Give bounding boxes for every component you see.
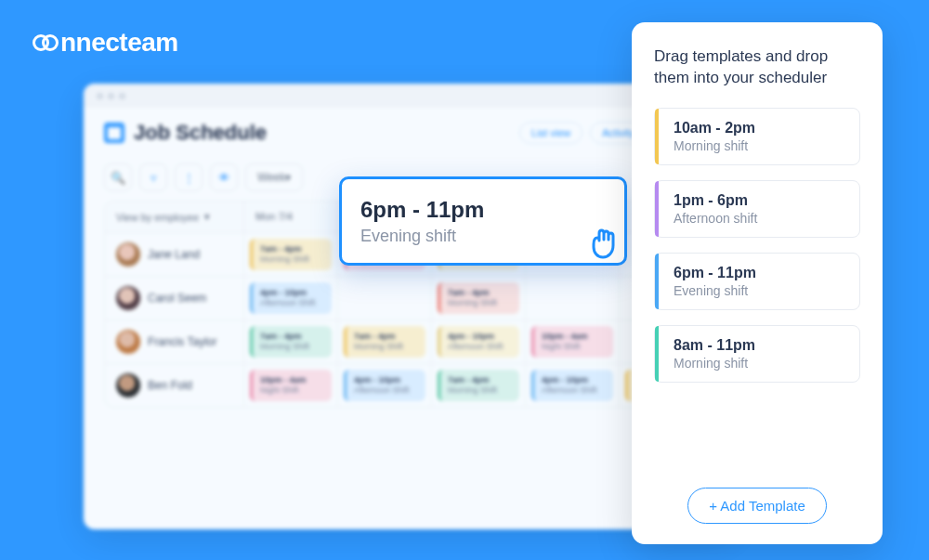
table-row: Ben Fold 10pm - 4amNight Shift 4pm - 10p… xyxy=(105,364,713,407)
logo-rings-icon xyxy=(33,34,59,51)
list-view-button[interactable]: List view xyxy=(519,122,582,144)
shift-chip[interactable]: 4pm - 10pmAfternoon Shift xyxy=(344,370,425,401)
add-template-button[interactable]: + Add Template xyxy=(687,488,827,524)
shift-chip[interactable]: 7am - 4pmMorning Shift xyxy=(438,370,519,401)
page-title: Job Schedule xyxy=(104,121,267,145)
dragged-time: 6pm - 11pm xyxy=(360,197,606,223)
employee-name: Carol Seem xyxy=(148,292,206,305)
dragged-label: Evening shift xyxy=(360,227,606,246)
day-column-header: Mon 7/4 xyxy=(244,202,338,232)
more-button[interactable]: ⋮ xyxy=(175,163,203,191)
template-card[interactable]: 8am - 11pm Morning shift xyxy=(654,325,860,383)
employee-name: Jane Land xyxy=(148,248,200,261)
employee-name: Francis Taylor xyxy=(148,335,216,348)
template-card[interactable]: 6pm - 11pm Evening shift xyxy=(654,253,860,310)
view-by-selector[interactable]: View by employee ▾ xyxy=(105,202,244,232)
avatar xyxy=(116,286,140,310)
dragged-template-card[interactable]: 6pm - 11pm Evening shift xyxy=(339,176,627,266)
shift-chip[interactable]: 7am - 4pmMorning Shift xyxy=(250,326,332,358)
calendar-icon xyxy=(104,123,124,143)
template-card[interactable]: 10am - 2pm Morning shift xyxy=(654,108,860,165)
week-selector[interactable]: Week ▾ xyxy=(245,163,303,191)
templates-panel: Drag templates and drop them into your s… xyxy=(632,22,883,544)
filter-button[interactable]: ▿ xyxy=(139,163,167,191)
avatar xyxy=(116,373,140,397)
table-row: Carol Seem 4pm - 10pmAfternoon Shift 7am… xyxy=(105,277,713,320)
visibility-button[interactable]: 👁 xyxy=(210,163,238,191)
shift-chip[interactable]: 10pm - 4amNight Shift xyxy=(250,370,332,401)
search-button[interactable]: 🔍 xyxy=(104,163,132,191)
shift-chip[interactable]: 4pm - 10pmAfternoon Shift xyxy=(250,282,332,314)
table-row: Francis Taylor 7am - 4pmMorning Shift 7a… xyxy=(105,320,713,364)
brand-name: nnecteam xyxy=(60,28,178,58)
shift-chip[interactable]: 7am - 4pmMorning Shift xyxy=(438,282,519,314)
grab-cursor-icon xyxy=(580,218,628,267)
templates-heading: Drag templates and drop them into your s… xyxy=(654,46,860,89)
avatar xyxy=(116,242,140,267)
shift-chip[interactable]: 10pm - 4amNight Shift xyxy=(531,326,613,358)
template-card[interactable]: 1pm - 6pm Afternoon shift xyxy=(654,180,860,238)
shift-chip[interactable]: 7am - 4pmMorning Shift xyxy=(344,326,425,358)
shift-chip[interactable]: 4pm - 10pmAfternoon Shift xyxy=(438,326,519,358)
shift-chip[interactable]: 4pm - 10pmAfternoon Shift xyxy=(531,370,613,401)
employee-name: Ben Fold xyxy=(148,379,192,392)
avatar xyxy=(116,330,140,354)
shift-chip[interactable]: 7am - 4pmMorning Shift xyxy=(250,239,332,270)
brand-logo: nnecteam xyxy=(33,28,178,58)
